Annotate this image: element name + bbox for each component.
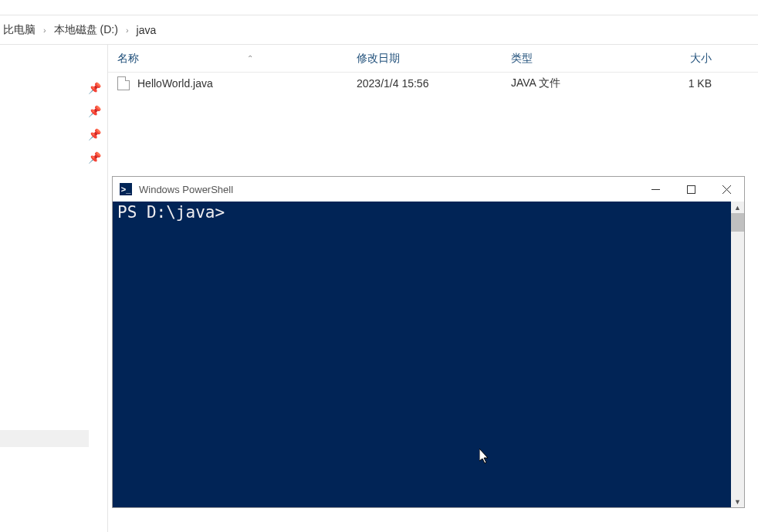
pin-icon[interactable]: 📌 [88,151,101,164]
top-toolbar [0,0,758,15]
window-titlebar[interactable]: >_ Windows PowerShell [113,177,744,202]
column-header-name[interactable]: 名称 ⌃ [117,52,357,66]
file-list-area: 名称 ⌃ 修改日期 类型 大小 HelloWorld.java 2023/1/4… [108,45,758,532]
maximize-button[interactable] [673,177,709,202]
svg-rect-1 [687,185,695,193]
breadcrumb-item-drive[interactable]: 本地磁盘 (D:) [51,23,121,37]
file-type: JAVA 文件 [511,76,650,90]
window-controls [638,177,744,202]
chevron-right-icon[interactable]: › [121,25,134,35]
file-date: 2023/1/4 15:56 [357,77,511,90]
terminal-content: PS D:\java> [113,202,731,507]
column-header-type[interactable]: 类型 [511,52,650,66]
column-header-row: 名称 ⌃ 修改日期 类型 大小 [108,45,758,73]
file-row[interactable]: HelloWorld.java 2023/1/4 15:56 JAVA 文件 1… [108,73,758,94]
terminal-body[interactable]: PS D:\java> ▲ ▼ [113,202,744,507]
powershell-window: >_ Windows PowerShell PS D:\java> [112,176,745,508]
pin-icon[interactable]: 📌 [88,128,101,141]
nav-pane: 📌 📌 📌 📌 [0,45,108,532]
pin-icon[interactable]: 📌 [88,105,101,117]
breadcrumb-item-folder[interactable]: java [134,24,160,36]
scroll-down-icon[interactable]: ▼ [731,496,744,507]
scrollbar[interactable]: ▲ ▼ [731,202,744,507]
file-name: HelloWorld.java [137,77,357,90]
chevron-right-icon[interactable]: › [39,25,51,35]
breadcrumb-item-computer[interactable]: 比电脑 [0,23,39,37]
pin-icon[interactable]: 📌 [88,82,101,94]
column-header-size[interactable]: 大小 [650,52,727,66]
file-size: 1 KB [650,77,727,90]
column-header-date[interactable]: 修改日期 [357,52,511,66]
breadcrumb: 比电脑 › 本地磁盘 (D:) › java [0,15,758,45]
close-button[interactable] [709,177,744,202]
main-area: 📌 📌 📌 📌 名称 ⌃ 修改日期 类型 大小 HelloWorld.java … [0,45,758,532]
column-label: 名称 [117,52,139,66]
scrollbar-thumb[interactable] [731,213,744,232]
scroll-up-icon[interactable]: ▲ [731,202,744,213]
powershell-icon: >_ [119,182,133,196]
sort-indicator-icon: ⌃ [247,54,253,63]
nav-item[interactable] [0,430,89,447]
file-icon [117,76,130,90]
minimize-button[interactable] [638,177,673,202]
window-title: Windows PowerShell [139,184,638,195]
